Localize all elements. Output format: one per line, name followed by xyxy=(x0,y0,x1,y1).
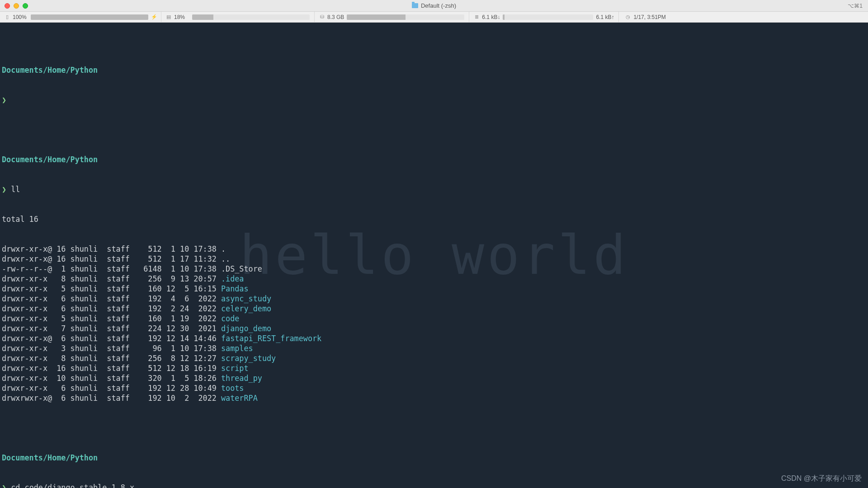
file-name: thread_py xyxy=(221,374,262,383)
ll-output: drwxr-xr-x@ 16 shunli staff 512 1 10 17:… xyxy=(2,244,866,403)
file-name: .DS_Store xyxy=(221,264,262,273)
scrollbar[interactable] xyxy=(863,23,868,488)
prompt-symbol: ❯ xyxy=(2,483,6,488)
net-up-value: 6.1 kB↑ xyxy=(596,14,614,20)
ll-row: -rw-r--r--@ 1 shunli staff 6148 1 10 17:… xyxy=(2,264,866,274)
file-name: .. xyxy=(221,254,230,263)
file-name: toots xyxy=(221,384,244,393)
file-name: .idea xyxy=(221,274,244,283)
ll-row: drwxr-xr-x 5 shunli staff 160 1 19 2022 … xyxy=(2,314,866,324)
memory-value: 8.3 GB xyxy=(327,14,344,20)
window-shortcut: ⌥⌘1 xyxy=(848,3,863,9)
ll-row: drwxr-xr-x 3 shunli staff 96 1 10 17:38 … xyxy=(2,343,866,353)
file-name: waterRPA xyxy=(221,394,258,403)
status-cpu: ▤ 18% xyxy=(161,12,315,22)
battery-icon: ▯ xyxy=(5,14,10,20)
clock-icon: ◷ xyxy=(625,14,631,20)
command-path: code/django-stable-1.8.x xyxy=(25,483,134,488)
file-name: samples xyxy=(221,344,253,353)
ll-row: drwxr-xr-x 8 shunli staff 256 8 12 12:27… xyxy=(2,353,866,363)
folder-icon xyxy=(412,3,418,8)
ll-row: drwxr-xr-x@ 16 shunli staff 512 1 10 17:… xyxy=(2,244,866,254)
zoom-icon[interactable] xyxy=(23,3,28,9)
ll-row: drwxr-xr-x@ 6 shunli staff 192 12 14 14:… xyxy=(2,333,866,343)
prompt-symbol: ❯ xyxy=(2,185,6,194)
minimize-icon[interactable] xyxy=(14,3,19,9)
ll-row: drwxr-xr-x 5 shunli staff 160 12 5 16:15… xyxy=(2,284,866,294)
file-name: Pandas xyxy=(221,284,249,293)
ll-row: drwxrwxr-x@ 6 shunli staff 192 10 2 2022… xyxy=(2,393,866,403)
file-name: code xyxy=(221,314,239,323)
file-name: async_study xyxy=(221,294,271,303)
status-battery: ▯ 100% ⚡ xyxy=(0,12,161,22)
file-name: celery_demo xyxy=(221,304,271,313)
prompt-path: Documents/Home/Python xyxy=(2,66,98,75)
ll-row: drwxr-xr-x 6 shunli staff 192 12 28 10:4… xyxy=(2,383,866,393)
memory-icon: ⛁ xyxy=(319,14,325,20)
ll-row: drwxr-xr-x 6 shunli staff 192 4 6 2022 a… xyxy=(2,294,866,304)
command-text: cd xyxy=(11,483,24,488)
ll-row: drwxr-xr-x 10 shunli staff 320 1 5 18:26… xyxy=(2,373,866,383)
statusbar: ▯ 100% ⚡ ▤ 18% ⛁ 8.3 GB ≣ 6.1 kB↓ 6.1 kB… xyxy=(0,12,868,23)
prompt-symbol: ❯ xyxy=(2,95,6,104)
battery-value: 100% xyxy=(13,14,28,20)
net-down-value: 6.1 kB↓ xyxy=(482,14,500,20)
prompt-path: Documents/Home/Python xyxy=(2,155,98,164)
csdn-watermark: CSDN @木子家有小可爱 xyxy=(781,474,862,483)
net-bar xyxy=(503,14,593,20)
ll-row: drwxr-xr-x 7 shunli staff 224 12 30 2021… xyxy=(2,324,866,333)
terminal-window: Default (-zsh) ⌥⌘1 ▯ 100% ⚡ ▤ 18% ⛁ 8.3 … xyxy=(0,0,868,488)
file-name: . xyxy=(221,244,226,253)
file-name: scrapy_study xyxy=(221,354,276,363)
prompt-path: Documents/Home/Python xyxy=(2,453,98,462)
status-net-down: ≣ 6.1 kB↓ 6.1 kB↑ xyxy=(469,12,619,22)
bolt-icon: ⚡ xyxy=(151,14,156,20)
cpu-bar xyxy=(192,14,310,20)
window-title: Default (-zsh) xyxy=(0,2,868,9)
cpu-icon: ▤ xyxy=(166,14,171,20)
terminal[interactable]: hello world Documents/Home/Python ❯ Docu… xyxy=(0,23,868,488)
titlebar: Default (-zsh) ⌥⌘1 xyxy=(0,0,868,12)
memory-bar xyxy=(347,14,464,20)
ll-row: drwxr-xr-x@ 16 shunli staff 512 1 17 11:… xyxy=(2,254,866,264)
file-name: script xyxy=(221,364,249,373)
file-name: fastapi_REST_framework xyxy=(221,334,321,343)
file-name: django_demo xyxy=(221,324,271,333)
command-text: ll xyxy=(11,185,20,194)
status-memory: ⛁ 8.3 GB xyxy=(315,12,469,22)
net-icon: ≣ xyxy=(474,14,479,20)
close-icon[interactable] xyxy=(5,3,10,9)
ll-row: drwxr-xr-x 6 shunli staff 192 2 24 2022 … xyxy=(2,304,866,314)
clock-value: 1/17, 3:51PM xyxy=(633,14,665,20)
ll-row: drwxr-xr-x 8 shunli staff 256 9 13 20:57… xyxy=(2,274,866,284)
traffic-lights xyxy=(5,3,28,9)
ll-total: total 16 xyxy=(2,214,866,224)
ll-row: drwxr-xr-x 16 shunli staff 512 12 18 16:… xyxy=(2,363,866,373)
window-title-text: Default (-zsh) xyxy=(421,2,456,9)
cpu-value: 18% xyxy=(174,14,189,20)
status-clock: ◷ 1/17, 3:51PM xyxy=(619,12,672,22)
battery-bar xyxy=(31,14,148,20)
